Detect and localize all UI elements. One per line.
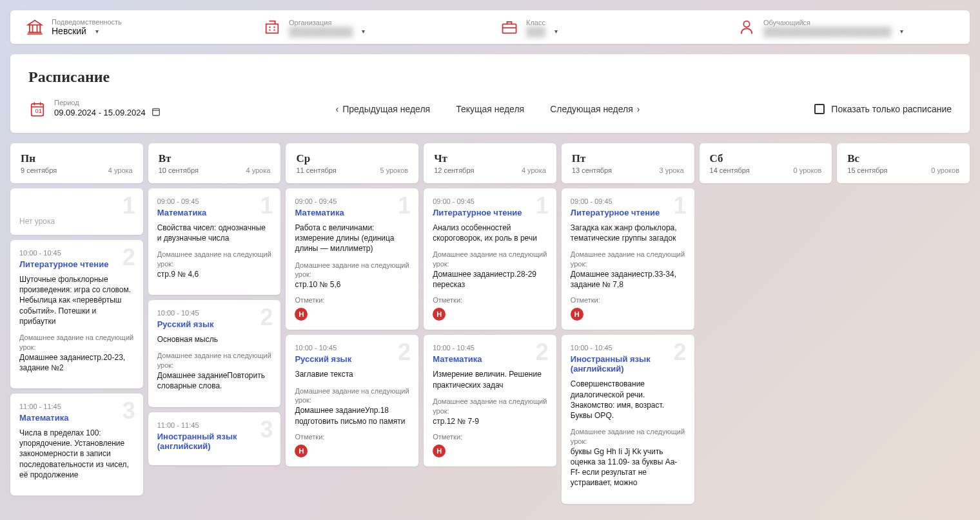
mark-badge: Н — [433, 308, 446, 321]
schedule-panel: Расписание 01 Период 09.09.2024 - 15.09.… — [10, 54, 970, 133]
lesson-card[interactable]: 3 11:00 - 11:45 Иностранный язык (англий… — [148, 412, 281, 465]
lesson-card[interactable]: 1 09:00 - 09:45 Математика Свойства чисе… — [148, 188, 281, 295]
nav-current-week[interactable]: Текущая неделя — [456, 104, 524, 114]
chevron-left-icon: ‹ — [336, 104, 339, 114]
period-selector[interactable]: 01 Период 09.09.2024 - 15.09.2024 — [28, 99, 161, 119]
lesson-card[interactable]: 2 10:00 - 10:45 Литературное чтение Шуто… — [10, 240, 143, 388]
period-label: Период — [54, 99, 161, 106]
lesson-card[interactable]: 1 09:00 - 09:45 Литературное чтение Анал… — [424, 188, 556, 330]
lesson-card[interactable]: 2 10:00 - 10:45 Иностранный язык (англий… — [562, 335, 694, 503]
day-col-wed: 1 09:00 - 09:45 Математика Работа с вели… — [286, 188, 418, 504]
svg-rect-5 — [152, 108, 159, 115]
lesson-card[interactable]: 1 09:00 - 09:45 Литературное чтение Зага… — [562, 188, 694, 330]
mark-badge: Н — [571, 308, 583, 321]
lesson-card[interactable]: 3 11:00 - 11:45 Математика Числа в преде… — [10, 394, 143, 495]
filter-label: Организация — [289, 19, 480, 26]
filter-class[interactable]: Класс ███ — [490, 18, 727, 36]
mark-badge: Н — [295, 308, 308, 321]
calendar-small-icon[interactable] — [151, 106, 161, 119]
filter-label: Обучающийся — [763, 19, 954, 26]
nav-next-week[interactable]: Следующая неделя › — [550, 104, 640, 114]
day-header-mon[interactable]: Пн 9 сентября4 урока — [10, 143, 143, 183]
nav-prev-week[interactable]: ‹ Предыдущая неделя — [336, 104, 431, 114]
day-header-wed[interactable]: Ср 11 сентября5 уроков — [286, 143, 418, 183]
day-header-sun[interactable]: Вс 15 сентября0 уроков — [837, 143, 970, 183]
filter-label: Подведомственность — [52, 18, 242, 26]
day-header-fri[interactable]: Пт 13 сентября3 урока — [562, 143, 694, 183]
day-col-fri: 1 09:00 - 09:45 Литературное чтение Зага… — [562, 188, 694, 504]
show-only-schedule-toggle[interactable]: Показать только расписание — [814, 104, 952, 114]
day-header-thu[interactable]: Чт 12 сентября4 урока — [424, 143, 556, 183]
filter-student[interactable]: Обучающийся ████████████████████ — [727, 18, 965, 36]
svg-text:01: 01 — [35, 107, 42, 114]
filter-value[interactable]: ███ — [526, 26, 717, 35]
briefcase-icon — [500, 18, 518, 36]
day-headers-row: Пн 9 сентября4 урока Вт 10 сентября4 уро… — [10, 143, 970, 183]
svg-point-2 — [743, 21, 749, 27]
pillars-icon — [26, 18, 44, 36]
top-filter-bar: Подведомственность Невский Организация █… — [10, 10, 970, 44]
period-value: 09.09.2024 - 15.09.2024 — [54, 108, 146, 117]
week-nav: ‹ Предыдущая неделя Текущая неделя Следу… — [182, 104, 794, 114]
day-col-sun — [837, 188, 970, 504]
lesson-card[interactable]: 2 10:00 - 10:45 Русский язык Основная мы… — [148, 300, 281, 406]
day-header-sat[interactable]: Сб 14 сентября0 уроков — [700, 143, 832, 183]
lesson-card[interactable]: 2 10:00 - 10:45 Русский язык Заглавие те… — [286, 335, 418, 466]
mark-badge: Н — [433, 445, 446, 457]
student-icon — [738, 18, 756, 36]
filter-value[interactable]: ████████████████████ — [763, 26, 954, 35]
filter-label: Класс — [526, 19, 717, 26]
filter-organization[interactable]: Организация ██████████ — [253, 18, 490, 36]
chevron-right-icon: › — [637, 104, 640, 114]
svg-rect-0 — [266, 24, 279, 33]
filter-value[interactable]: Невский — [52, 26, 242, 36]
lesson-card-empty[interactable]: 1 Нет урока — [10, 188, 143, 235]
filter-value[interactable]: ██████████ — [289, 26, 480, 35]
day-col-mon: 1 Нет урока 2 10:00 - 10:45 Литературное… — [10, 188, 143, 504]
page-title: Расписание — [28, 68, 952, 86]
filter-jurisdiction[interactable]: Подведомственность Невский — [15, 18, 253, 36]
day-col-thu: 1 09:00 - 09:45 Литературное чтение Анал… — [424, 188, 556, 504]
day-header-tue[interactable]: Вт 10 сентября4 урока — [148, 143, 281, 183]
lessons-grid: 1 Нет урока 2 10:00 - 10:45 Литературное… — [10, 188, 970, 504]
checkbox-icon[interactable] — [814, 104, 825, 114]
building-icon — [263, 18, 281, 36]
calendar-icon: 01 — [28, 100, 46, 118]
mark-badge: Н — [295, 445, 308, 457]
day-col-tue: 1 09:00 - 09:45 Математика Свойства чисе… — [148, 188, 281, 504]
lesson-card[interactable]: 1 09:00 - 09:45 Математика Работа с вели… — [286, 188, 418, 330]
day-col-sat — [700, 188, 832, 504]
svg-rect-1 — [503, 24, 516, 33]
lesson-card[interactable]: 2 10:00 - 10:45 Математика Измерение вел… — [424, 335, 556, 466]
